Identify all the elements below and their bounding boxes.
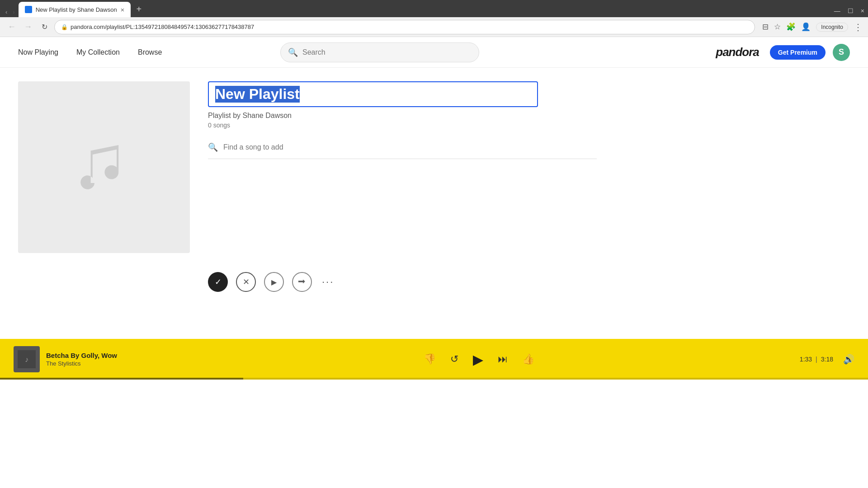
forward-btn[interactable]: ⮕ <box>292 272 312 292</box>
track-name: Betcha By Golly, Wow <box>46 352 117 359</box>
forward-btn[interactable]: → <box>22 21 34 33</box>
tab-back-arrow[interactable]: ‹ <box>4 9 9 15</box>
tab-forward-arrow[interactable]: › <box>11 9 16 15</box>
bookmark-icon[interactable]: ☆ <box>774 22 781 32</box>
playlist-controls: ✓ ✕ ▶ ⮕ ··· <box>208 272 850 292</box>
nav-now-playing[interactable]: Now Playing <box>18 48 58 56</box>
pandora-logo: pandora <box>716 45 759 59</box>
playlist-details: Playlist by Shane Dawson 0 songs 🔍 ✓ ✕ ▶… <box>208 81 850 325</box>
song-search-icon: 🔍 <box>208 142 218 152</box>
music-note-icon <box>72 136 136 199</box>
song-search-input[interactable] <box>223 143 597 151</box>
close-window-btn[interactable]: × <box>861 7 864 14</box>
top-nav: Now Playing My Collection Browse 🔍 pando… <box>0 37 868 68</box>
progress-bar-container[interactable] <box>0 378 868 380</box>
cast-icon[interactable]: ⊟ <box>762 22 769 32</box>
x-icon: ✕ <box>243 277 250 287</box>
menu-btn[interactable]: ⋮ <box>854 22 863 33</box>
play-btn[interactable]: ▶ <box>264 272 284 292</box>
check-icon: ✓ <box>215 277 222 287</box>
thumbs-up-icon: 👍 <box>522 353 534 365</box>
url-text: pandora.com/playlist/PL:1354972180848495… <box>71 23 254 30</box>
player-controls: 👎 ↺ ▶ ⏭ 👍 <box>158 352 800 367</box>
thumbs-up-btn[interactable]: 👍 <box>522 353 534 365</box>
volume-btn[interactable]: 🔊 <box>843 354 854 365</box>
user-avatar[interactable]: S <box>833 44 850 61</box>
shuffle-x-btn[interactable]: ✕ <box>236 272 256 292</box>
maximize-btn[interactable]: ☐ <box>848 7 854 14</box>
incognito-badge: Incognito <box>816 23 848 32</box>
checkmark-btn[interactable]: ✓ <box>208 272 228 292</box>
play-pause-icon: ▶ <box>473 352 483 367</box>
more-options-btn[interactable]: ··· <box>322 276 334 288</box>
now-playing-section: ♪ Betcha By Golly, Wow The Stylistics <box>14 346 158 372</box>
extensions-icon[interactable]: 🧩 <box>786 22 796 32</box>
time-separator: | <box>816 356 817 363</box>
tab-close-btn[interactable]: × <box>121 6 125 14</box>
nav-browse[interactable]: Browse <box>138 48 162 56</box>
replay-icon: ↺ <box>450 353 458 365</box>
tab-favicon <box>25 6 32 13</box>
playlist-name-input[interactable] <box>208 81 538 107</box>
search-input[interactable] <box>302 48 472 56</box>
refresh-btn[interactable]: ↻ <box>38 21 51 33</box>
ellipsis-icon: ··· <box>322 276 334 287</box>
bottom-player: ♪ Betcha By Golly, Wow The Stylistics 👎 … <box>0 339 868 380</box>
search-icon: 🔍 <box>288 47 298 57</box>
volume-icon: 🔊 <box>843 354 854 364</box>
nav-my-collection[interactable]: My Collection <box>76 48 120 56</box>
progress-bar-fill <box>0 378 243 380</box>
song-search-bar[interactable]: 🔍 <box>208 142 597 159</box>
tab-title: New Playlist by Shane Dawson <box>36 6 117 13</box>
lock-icon: 🔒 <box>61 24 68 30</box>
album-art-small: ♪ <box>18 350 36 368</box>
minimize-btn[interactable]: — <box>834 7 840 14</box>
time-total: 3:18 <box>821 356 833 363</box>
active-browser-tab[interactable]: New Playlist by Shane Dawson × <box>19 2 131 17</box>
forward-icon: ⮕ <box>298 277 306 287</box>
album-thumbnail: ♪ <box>14 346 40 372</box>
playlist-subtitle: Playlist by Shane Dawson <box>208 112 850 120</box>
skip-btn[interactable]: ⏭ <box>498 353 508 365</box>
time-current: 1:33 <box>800 356 812 363</box>
thumbs-down-icon: 👎 <box>424 353 436 365</box>
address-bar[interactable]: 🔒 pandora.com/playlist/PL:13549721808484… <box>54 20 755 34</box>
main-content: Playlist by Shane Dawson 0 songs 🔍 ✓ ✕ ▶… <box>0 68 868 339</box>
artist-name: The Stylistics <box>46 360 117 367</box>
back-btn[interactable]: ← <box>5 21 18 33</box>
get-premium-btn[interactable]: Get Premium <box>770 45 826 60</box>
search-bar[interactable]: 🔍 <box>280 42 479 62</box>
play-icon: ▶ <box>271 278 277 286</box>
replay-btn[interactable]: ↺ <box>450 353 458 365</box>
skip-icon: ⏭ <box>498 353 508 365</box>
svg-text:♪: ♪ <box>25 356 28 363</box>
play-pause-btn[interactable]: ▶ <box>473 352 483 367</box>
playlist-song-count: 0 songs <box>208 122 850 129</box>
thumbs-down-btn[interactable]: 👎 <box>424 353 436 365</box>
new-tab-btn[interactable]: + <box>132 3 145 15</box>
profile-icon[interactable]: 👤 <box>801 22 811 32</box>
album-art <box>18 81 190 253</box>
track-info: Betcha By Golly, Wow The Stylistics <box>46 352 117 367</box>
